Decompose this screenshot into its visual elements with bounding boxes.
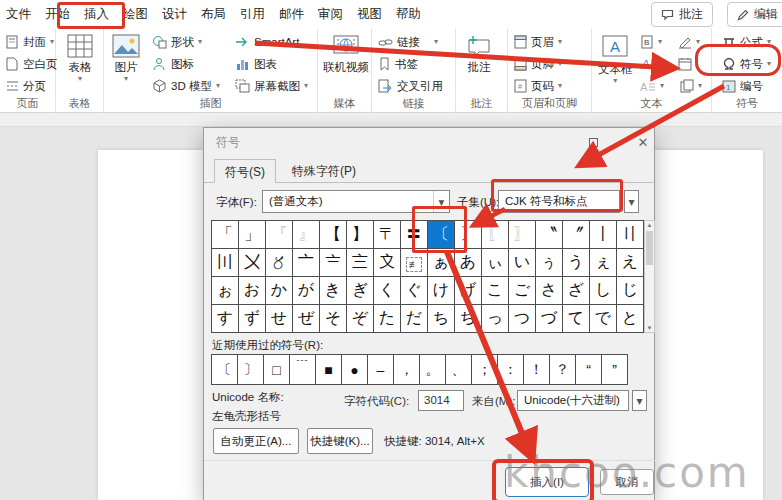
shapes-button[interactable]: 形状▾ <box>152 33 202 51</box>
maximize-icon[interactable] <box>582 132 604 152</box>
font-select[interactable]: (普通文本) ▾ <box>262 190 450 213</box>
menu-mailings[interactable]: 邮件 <box>279 6 304 23</box>
link-button[interactable]: 链接▾ <box>378 33 438 51</box>
recent-symbol-cell[interactable]: 、 <box>446 355 472 385</box>
shortcut-key-button[interactable]: 快捷键(K)... <box>307 428 373 454</box>
symbol-cell[interactable]: っ <box>482 305 509 333</box>
symbol-cell[interactable]: じ <box>617 277 644 305</box>
from-dropdown-icon[interactable]: ▾ <box>632 390 647 411</box>
symbol-cell[interactable]: ぇ <box>590 249 617 277</box>
menu-help[interactable]: 帮助 <box>396 6 421 23</box>
symbol-cell[interactable]: お <box>239 277 266 305</box>
symbol-cell[interactable]: ぎ <box>347 277 374 305</box>
symbol-cell[interactable]: ず <box>239 305 266 333</box>
subset-select[interactable]: CJK 符号和标点 <box>498 190 620 213</box>
symbol-cell[interactable]: 〕 <box>455 221 482 249</box>
symbol-cell[interactable]: す <box>212 305 239 333</box>
online-video-button[interactable]: 联机视频 <box>323 34 369 75</box>
symbol-cell[interactable]: づ <box>536 305 563 333</box>
symbol-cell[interactable]: 〩 <box>374 249 401 277</box>
symbol-button[interactable]: 符号▾ <box>722 55 771 73</box>
symbol-cell[interactable]: で <box>590 305 617 333</box>
page-number-button[interactable]: # 页码▾ <box>514 77 562 95</box>
menu-file[interactable]: 文件 <box>6 6 31 23</box>
symbol-cell[interactable]: 〡 <box>590 221 617 249</box>
tab-symbols[interactable]: 符号(S) <box>214 159 276 183</box>
symbol-cell[interactable]: ≢ <box>401 249 428 277</box>
symbol-cell[interactable]: あ <box>455 249 482 277</box>
recent-symbol-cell[interactable]: ， <box>394 355 420 385</box>
cross-reference-button[interactable]: 交叉引用 <box>378 77 443 95</box>
recent-symbol-cell[interactable]: “ <box>576 355 602 385</box>
recent-symbol-cell[interactable]: – <box>368 355 394 385</box>
symbol-cell[interactable]: え <box>617 249 644 277</box>
symbol-cell[interactable]: 〞 <box>563 221 590 249</box>
symbol-cell[interactable]: 「 <box>212 221 239 249</box>
smartart-button[interactable]: SmartArt <box>235 33 299 51</box>
page-break-button[interactable]: 分页 <box>6 77 46 95</box>
menu-home[interactable]: 开始 <box>45 6 70 23</box>
chevron-down-icon[interactable]: ▾ <box>433 191 449 212</box>
grid-scrollbar[interactable]: ▲ ▼ <box>644 220 655 333</box>
symbol-cell[interactable]: ぜ <box>293 305 320 333</box>
menu-layout[interactable]: 布局 <box>201 6 226 23</box>
scroll-down-icon[interactable]: ▼ <box>645 325 654 331</box>
symbol-cell[interactable]: ぞ <box>347 305 374 333</box>
subset-dropdown-icon[interactable]: ▾ <box>624 190 639 213</box>
symbol-cell[interactable]: さ <box>536 277 563 305</box>
menu-draw[interactable]: 绘图 <box>123 6 148 23</box>
symbol-cell[interactable]: 〤 <box>239 249 266 277</box>
symbol-cell[interactable]: て <box>563 305 590 333</box>
symbol-cell[interactable]: 〦 <box>293 249 320 277</box>
header-button[interactable]: 页眉▾ <box>514 33 562 51</box>
bookmark-button[interactable]: 书签 <box>378 55 418 73</box>
picture-button[interactable]: 图片 ▾ <box>112 34 140 83</box>
symbol-cell[interactable]: き <box>320 277 347 305</box>
numbering-button[interactable]: 1 编号 <box>722 77 763 95</box>
symbol-cell[interactable]: ぁ <box>428 249 455 277</box>
symbol-cell[interactable]: く <box>374 277 401 305</box>
text-box-button[interactable]: A 文本框 ▾ <box>598 34 633 85</box>
blank-page-button[interactable]: 空白页 <box>6 55 58 73</box>
recent-symbol-cell[interactable]: ； <box>472 355 498 385</box>
scroll-up-icon[interactable]: ▲ <box>645 222 654 228</box>
symbol-cell[interactable]: 〓 <box>401 221 428 249</box>
recent-symbol-cell[interactable]: ！ <box>524 355 550 385</box>
menu-design[interactable]: 设计 <box>162 6 187 23</box>
recent-symbol-cell[interactable]: ” <box>602 355 628 385</box>
comments-button[interactable]: 批注 <box>651 2 713 27</box>
cover-page-button[interactable]: 封面▾ <box>6 33 54 51</box>
recent-symbol-cell[interactable]: ● <box>342 355 368 385</box>
menu-insert[interactable]: 插入 <box>84 6 109 23</box>
symbol-cell[interactable]: 〧 <box>320 249 347 277</box>
symbol-cell[interactable]: せ <box>266 305 293 333</box>
symbol-cell[interactable]: か <box>266 277 293 305</box>
symbol-cell[interactable]: 〖 <box>482 221 509 249</box>
recent-symbol-cell[interactable]: ■ <box>316 355 342 385</box>
symbol-cell[interactable]: ざ <box>563 277 590 305</box>
equation-button[interactable]: 公式▾ <box>722 33 771 51</box>
symbol-cell[interactable]: 」 <box>239 221 266 249</box>
recent-symbol-cell[interactable]: 。 <box>420 355 446 385</box>
symbol-cell[interactable]: 〥 <box>266 249 293 277</box>
symbol-cell[interactable]: 〗 <box>509 221 536 249</box>
menu-review[interactable]: 审阅 <box>318 6 343 23</box>
symbol-cell[interactable]: 〣 <box>212 249 239 277</box>
symbol-cell[interactable]: げ <box>455 277 482 305</box>
recent-symbol-cell[interactable]: ： <box>498 355 524 385</box>
symbol-cell[interactable]: 〒 <box>374 221 401 249</box>
symbol-cell[interactable]: ぢ <box>455 305 482 333</box>
wordart-button[interactable]: A ▾ <box>640 55 692 73</box>
symbol-cell[interactable]: と <box>617 305 644 333</box>
close-icon[interactable]: ✕ <box>632 132 654 152</box>
recent-symbol-cell[interactable]: □ <box>264 355 290 385</box>
screenshot-button[interactable]: 屏幕截图▾ <box>235 77 308 95</box>
menu-view[interactable]: 视图 <box>357 6 382 23</box>
symbol-cell[interactable]: つ <box>509 305 536 333</box>
recent-symbol-cell[interactable]: 〕 <box>238 355 264 385</box>
symbol-cell[interactable]: が <box>293 277 320 305</box>
chart-button[interactable]: 图表 <box>235 55 277 73</box>
symbol-cell[interactable]: 『 <box>266 221 293 249</box>
symbol-cell[interactable]: 』 <box>293 221 320 249</box>
symbol-cell[interactable]: い <box>509 249 536 277</box>
